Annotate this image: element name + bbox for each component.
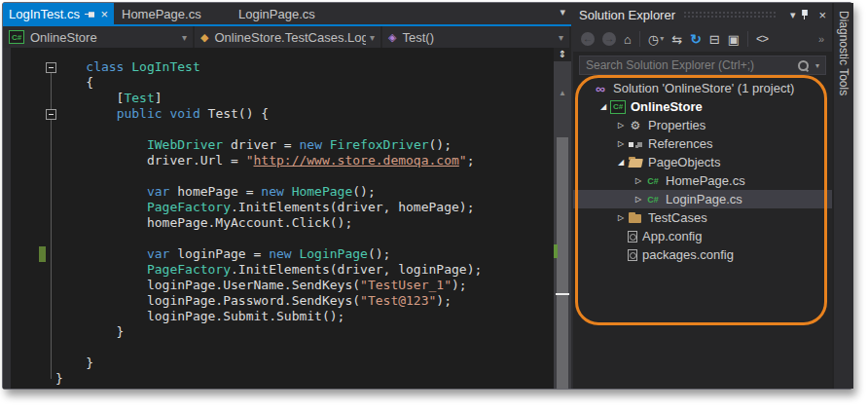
tree-item-label: App.config — [642, 229, 702, 243]
pin-icon[interactable] — [84, 9, 95, 19]
chevron-collapsed-icon[interactable]: ▷ — [632, 176, 645, 185]
tab-logintest[interactable]: LogInTest.cs × — [3, 3, 114, 24]
search-input[interactable]: Search Solution Explorer (Ctrl+;) ▾ — [579, 56, 826, 75]
chevron-down-icon[interactable]: ▾ — [815, 61, 819, 70]
breakpoint-margin[interactable] — [3, 48, 11, 389]
tree-item[interactable]: ▷C#HomePage.cs — [573, 171, 832, 190]
code-line[interactable] — [55, 231, 482, 246]
tab-loginpage[interactable]: LoginPage.cs — [233, 3, 350, 24]
chevron-expanded-icon[interactable]: ◢ — [597, 102, 610, 111]
tree-item-label: Solution 'OnlineStore' (1 project) — [613, 81, 794, 95]
code-line[interactable]: } — [55, 355, 482, 371]
type-dropdown[interactable]: ◆ OnlineStore.TestCases.LogInT ▾ — [195, 26, 382, 48]
code-line[interactable]: PageFactory.InitElements(driver, homePag… — [55, 200, 482, 215]
caret-position-marker — [556, 293, 569, 295]
folder-open-icon — [628, 155, 643, 170]
chevron-collapsed-icon[interactable]: ▷ — [614, 121, 628, 130]
config-icon — [628, 231, 637, 243]
code-line[interactable]: var homePage = new HomePage(); — [55, 184, 482, 200]
code-line[interactable]: { — [55, 75, 482, 91]
chevron-collapsed-icon[interactable]: ▷ — [614, 213, 628, 222]
code-line[interactable] — [55, 168, 482, 184]
solution-tree: ∞Solution 'OnlineStore' (1 project)◢C#On… — [573, 79, 832, 389]
code-line[interactable]: homePage.MyAccount.Click(); — [55, 215, 482, 231]
code-line[interactable]: driver.Url = "http://www.store.demoqa.co… — [55, 153, 482, 168]
tree-item[interactable]: App.config — [573, 227, 832, 245]
window-position-icon[interactable]: ▾ — [790, 10, 796, 20]
code-line[interactable]: IWebDriver driver = new FirefoxDriver(); — [55, 137, 482, 153]
search-placeholder: Search Solution Explorer (Ctrl+;) — [586, 58, 798, 72]
code-line[interactable]: } — [55, 371, 482, 387]
tree-item[interactable]: ▷⚙Properties — [573, 116, 832, 134]
change-tracking-bar — [39, 246, 46, 262]
code-line[interactable]: loginPage.Password.SendKeys("Test@123"); — [55, 293, 482, 309]
toolbar-overflow-icon[interactable]: » — [818, 34, 824, 45]
code-line[interactable]: [Test] — [55, 91, 482, 106]
sync-with-active-document-icon[interactable]: ⇆ — [671, 33, 682, 46]
chevron-down-icon[interactable]: ▾ — [560, 6, 565, 19]
change-marker — [554, 244, 558, 258]
scrollbar-thumb[interactable] — [557, 137, 568, 389]
scroll-up-icon[interactable]: ▲ — [554, 89, 571, 97]
code-editor[interactable]: class LogInTest { [Test] public void Tes… — [3, 48, 571, 389]
view-code-icon[interactable]: <> — [756, 33, 768, 45]
pin-icon[interactable] — [799, 9, 809, 20]
tree-item[interactable]: ▷References — [573, 134, 832, 153]
tab-label: LogInTest.cs — [9, 7, 81, 21]
tree-item-label: LoginPage.cs — [666, 192, 742, 206]
code-line[interactable]: } — [55, 324, 482, 340]
navigation-bar: C# OnlineStore ▾ ◆ OnlineStore.TestCases… — [3, 26, 571, 48]
tree-item-label: OnlineStore — [631, 99, 703, 114]
tree-item-label: PageObjects — [648, 155, 720, 169]
folder-icon — [628, 210, 643, 226]
close-icon[interactable]: × — [100, 8, 108, 20]
refresh-icon[interactable]: ↻ — [690, 32, 702, 46]
code-line[interactable]: class LogInTest — [55, 59, 482, 75]
tree-item-label: packages.config — [642, 247, 734, 262]
chevron-expanded-icon[interactable]: ◢ — [614, 158, 628, 167]
tree-item-label: HomePage.cs — [666, 173, 745, 188]
chevron-down-icon: ▾ — [559, 32, 563, 43]
solution-explorer-header[interactable]: Solution Explorer ▾ × — [573, 3, 832, 26]
csproj-icon: C# — [610, 100, 626, 114]
document-tab-bar: LogInTest.cs × HomePage.cs LoginPage.cs … — [3, 3, 571, 24]
tab-homepage[interactable]: HomePage.cs — [116, 3, 236, 24]
code-lines[interactable]: class LogInTest { [Test] public void Tes… — [55, 59, 482, 387]
collapse-all-icon[interactable]: ⊟ — [709, 33, 720, 46]
code-line[interactable] — [55, 340, 482, 355]
project-dropdown[interactable]: C# OnlineStore ▾ — [3, 26, 195, 48]
tree-item[interactable]: ▷C#LoginPage.cs — [573, 190, 832, 208]
editor-scrollbar[interactable]: ⇕ ▲ — [554, 48, 571, 389]
code-line[interactable]: loginPage.Submit.Submit(); — [55, 309, 482, 324]
solution-explorer-panel: Solution Explorer ▾ × ← → ⌂ ◷▾ ⇆ ↻ ⊟ ▣ <… — [573, 3, 832, 389]
code-line[interactable]: PageFactory.InitElements(driver, loginPa… — [55, 262, 482, 278]
preview-selected-items-icon[interactable]: ▣ — [728, 33, 740, 46]
diagnostic-tools-label: Diagnostic Tools — [834, 3, 850, 95]
tree-item[interactable]: ◢C#OnlineStore — [573, 97, 832, 116]
chevron-collapsed-icon[interactable]: ▷ — [632, 195, 645, 204]
tree-item[interactable]: ◢PageObjects — [573, 153, 832, 171]
pending-changes-filter-icon[interactable]: ◷▾ — [648, 33, 664, 46]
tree-item-label: References — [648, 136, 712, 151]
tree-item[interactable]: ∞Solution 'OnlineStore' (1 project) — [573, 79, 832, 97]
member-dropdown-label: Test() — [402, 30, 555, 45]
back-icon[interactable]: ← — [581, 32, 595, 46]
code-line[interactable]: var loginPage = new LoginPage(); — [55, 246, 482, 262]
tree-item[interactable]: ▷TestCases — [573, 208, 832, 227]
tree-item[interactable]: packages.config — [573, 245, 832, 264]
drag-grip[interactable] — [683, 11, 777, 19]
diagnostic-tools-tab[interactable]: Diagnostic Tools — [832, 3, 853, 389]
chevron-collapsed-icon[interactable]: ▷ — [614, 139, 628, 148]
toolbar-separator — [639, 31, 640, 47]
panel-title: Solution Explorer — [579, 8, 675, 22]
home-icon[interactable]: ⌂ — [624, 33, 632, 46]
member-dropdown[interactable]: ◈ Test() ▾ — [382, 26, 571, 48]
code-line[interactable] — [55, 122, 482, 137]
search-icon[interactable] — [798, 60, 809, 71]
code-line[interactable]: loginPage.UserName.SendKeys("TestUser_1"… — [55, 278, 482, 293]
references-icon — [628, 136, 643, 152]
code-line[interactable]: public void Test() { — [55, 106, 482, 122]
split-window-icon[interactable]: ⇕ — [554, 48, 571, 61]
forward-icon[interactable]: → — [602, 32, 616, 46]
close-icon[interactable]: × — [818, 9, 826, 21]
